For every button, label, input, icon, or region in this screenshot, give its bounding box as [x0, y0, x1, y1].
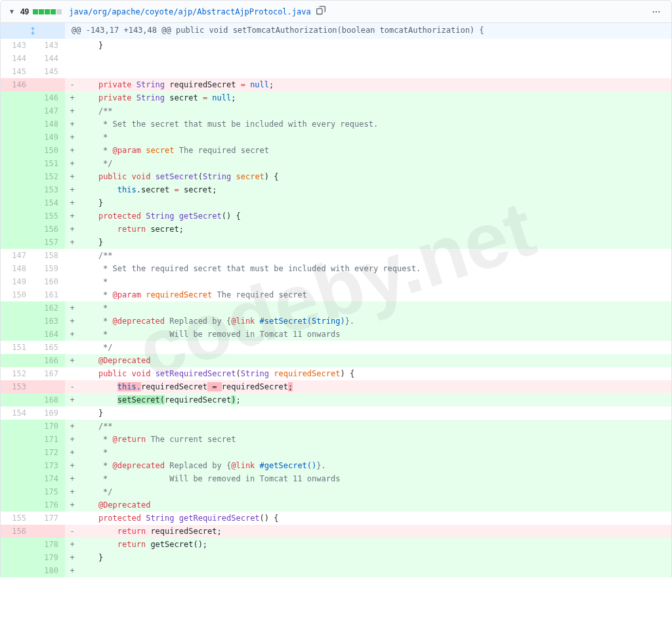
- line-number-new[interactable]: 178: [33, 538, 65, 551]
- line-number-new[interactable]: 152: [33, 170, 65, 183]
- line-number-new[interactable]: 159: [33, 262, 65, 275]
- line-number-old[interactable]: [1, 551, 33, 564]
- line-number-new[interactable]: 175: [33, 485, 65, 498]
- line-number-new[interactable]: 160: [33, 275, 65, 288]
- diff-line[interactable]: 179+ }: [1, 551, 671, 564]
- line-number-old[interactable]: [1, 91, 33, 104]
- line-number-old[interactable]: [1, 433, 33, 446]
- diff-line[interactable]: 178+ return getSecret();: [1, 538, 671, 551]
- line-number-old[interactable]: 146: [1, 78, 33, 91]
- line-number-new[interactable]: 156: [33, 223, 65, 236]
- line-number-old[interactable]: [1, 236, 33, 249]
- line-number-new[interactable]: 173: [33, 459, 65, 472]
- line-number-old[interactable]: [1, 144, 33, 157]
- line-number-old[interactable]: [1, 170, 33, 183]
- line-number-new[interactable]: 172: [33, 446, 65, 459]
- diff-line[interactable]: 148+ * Set the secret that must be inclu…: [1, 118, 671, 131]
- line-number-old[interactable]: [1, 498, 33, 512]
- line-number-new[interactable]: 168: [33, 393, 65, 406]
- line-number-new[interactable]: 149: [33, 131, 65, 144]
- line-number-new[interactable]: 143: [33, 39, 65, 52]
- line-number-new[interactable]: 150: [33, 144, 65, 157]
- diff-line[interactable]: 155177 protected String getRequiredSecre…: [1, 512, 671, 525]
- diff-line[interactable]: 164+ * Will be removed in Tomcat 11 onwa…: [1, 328, 671, 341]
- line-number-new[interactable]: 165: [33, 341, 65, 354]
- line-number-new[interactable]: 179: [33, 551, 65, 564]
- diff-line[interactable]: 157+ }: [1, 236, 671, 249]
- line-number-old[interactable]: 151: [1, 341, 33, 354]
- line-number-old[interactable]: [1, 472, 33, 485]
- line-number-new[interactable]: 158: [33, 249, 65, 262]
- diff-line[interactable]: 146- private String requiredSecret = nul…: [1, 78, 671, 91]
- diff-line[interactable]: 170+ /**: [1, 420, 671, 433]
- diff-line[interactable]: 154+ }: [1, 196, 671, 209]
- line-number-new[interactable]: 180: [33, 564, 65, 577]
- diff-line[interactable]: 173+ * @deprecated Replaced by {@link #g…: [1, 459, 671, 472]
- line-number-old[interactable]: [1, 538, 33, 551]
- line-number-new[interactable]: 157: [33, 236, 65, 249]
- line-number-new[interactable]: 153: [33, 183, 65, 196]
- line-number-old[interactable]: 149: [1, 275, 33, 288]
- diff-line[interactable]: 152+ public void setSecret(String secret…: [1, 170, 671, 183]
- line-number-new[interactable]: 176: [33, 498, 65, 512]
- diff-line[interactable]: 149160 *: [1, 275, 671, 288]
- diff-line[interactable]: 153+ this.secret = secret;: [1, 183, 671, 196]
- line-number-old[interactable]: 144: [1, 52, 33, 65]
- line-number-old[interactable]: [1, 301, 33, 315]
- diff-line[interactable]: 156+ return secret;: [1, 223, 671, 236]
- line-number-old[interactable]: 153: [1, 380, 33, 393]
- line-number-old[interactable]: 154: [1, 406, 33, 420]
- line-number-new[interactable]: 154: [33, 196, 65, 209]
- diff-line[interactable]: 162+ *: [1, 301, 671, 315]
- file-menu-icon[interactable]: ···: [650, 7, 663, 16]
- line-number-old[interactable]: [1, 131, 33, 144]
- diff-line[interactable]: 150161 * @param requiredSecret The requi…: [1, 288, 671, 301]
- line-number-new[interactable]: 164: [33, 328, 65, 341]
- diff-line[interactable]: 175+ */: [1, 485, 671, 498]
- line-number-old[interactable]: [1, 446, 33, 459]
- copy-path-icon[interactable]: [316, 6, 326, 17]
- line-number-new[interactable]: 163: [33, 315, 65, 328]
- line-number-old[interactable]: [1, 564, 33, 577]
- diff-line[interactable]: 171+ * @return The current secret: [1, 433, 671, 446]
- diff-line[interactable]: 154169 }: [1, 406, 671, 420]
- line-number-new[interactable]: 171: [33, 433, 65, 446]
- line-number-new[interactable]: [33, 380, 65, 393]
- line-number-new[interactable]: 144: [33, 52, 65, 65]
- diff-line[interactable]: 150+ * @param secret The required secret: [1, 144, 671, 157]
- diff-line[interactable]: 163+ * @deprecated Replaced by {@link #s…: [1, 315, 671, 328]
- diff-line[interactable]: 155+ protected String getSecret() {: [1, 209, 671, 223]
- line-number-old[interactable]: 143: [1, 39, 33, 52]
- line-number-old[interactable]: 145: [1, 65, 33, 78]
- diff-line[interactable]: 144144: [1, 52, 671, 65]
- expand-hunk-icon[interactable]: [1, 23, 65, 39]
- line-number-new[interactable]: 146: [33, 91, 65, 104]
- line-number-new[interactable]: 155: [33, 209, 65, 223]
- line-number-old[interactable]: 155: [1, 512, 33, 525]
- line-number-old[interactable]: 152: [1, 367, 33, 380]
- line-number-old[interactable]: [1, 157, 33, 170]
- diff-line[interactable]: 156- return requiredSecret;: [1, 525, 671, 538]
- line-number-new[interactable]: 169: [33, 406, 65, 420]
- diff-line[interactable]: 152167 public void setRequiredSecret(Str…: [1, 367, 671, 380]
- diff-line[interactable]: 172+ *: [1, 446, 671, 459]
- line-number-old[interactable]: [1, 196, 33, 209]
- diff-line[interactable]: 147158 /**: [1, 249, 671, 262]
- diff-line[interactable]: 146+ private String secret = null;: [1, 91, 671, 104]
- line-number-old[interactable]: [1, 354, 33, 367]
- line-number-new[interactable]: [33, 78, 65, 91]
- line-number-old[interactable]: 150: [1, 288, 33, 301]
- line-number-old[interactable]: [1, 209, 33, 223]
- diff-line[interactable]: 168+ setSecret(requiredSecret);: [1, 393, 671, 406]
- diff-line[interactable]: 149+ *: [1, 131, 671, 144]
- line-number-old[interactable]: [1, 104, 33, 118]
- file-path-link[interactable]: java/org/apache/coyote/ajp/AbstractAjpPr…: [69, 7, 310, 16]
- line-number-new[interactable]: 161: [33, 288, 65, 301]
- diff-line[interactable]: 147+ /**: [1, 104, 671, 118]
- collapse-toggle[interactable]: ▼: [9, 8, 15, 15]
- line-number-old[interactable]: [1, 118, 33, 131]
- line-number-new[interactable]: 147: [33, 104, 65, 118]
- line-number-old[interactable]: [1, 328, 33, 341]
- line-number-new[interactable]: 174: [33, 472, 65, 485]
- diff-line[interactable]: 151+ */: [1, 157, 671, 170]
